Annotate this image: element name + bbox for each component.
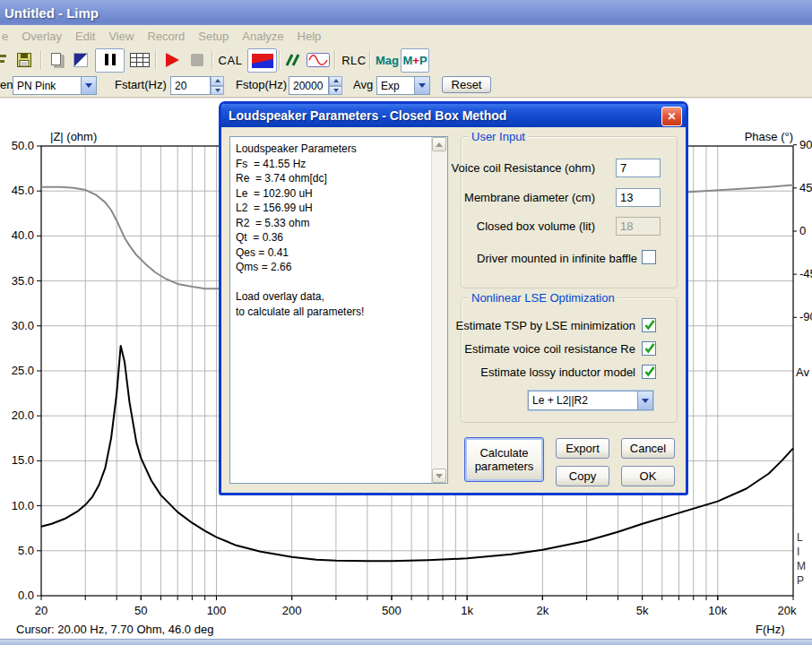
- y-left-tick-label: 50.0: [12, 139, 34, 152]
- user-input-group-title: User Input: [469, 130, 528, 143]
- mag-phase-view-button[interactable]: M+P: [401, 48, 429, 73]
- calculate-button[interactable]: Calculate parameters: [464, 437, 544, 482]
- x-tick-label: 200: [282, 604, 302, 617]
- page-icon: [49, 52, 65, 68]
- scroll-up-icon: [436, 142, 443, 147]
- toolbar-separator: [212, 50, 213, 70]
- y-left-tick-label: 35.0: [12, 274, 34, 288]
- input-label: Membrane diameter (cm): [464, 191, 595, 204]
- infinite-baffle-checkbox[interactable]: [642, 250, 656, 264]
- spin-down-icon[interactable]: [211, 86, 224, 96]
- y-left-tick-label: 5.0: [18, 544, 34, 557]
- input-label: Voice coil Resistance (ohm): [452, 161, 595, 175]
- voice-coil-resistance-ohm--input[interactable]: [616, 159, 661, 177]
- x-tick-label: 100: [207, 604, 227, 617]
- lse-checkbox-2[interactable]: [642, 365, 656, 379]
- toolbar-separator: [155, 50, 157, 70]
- clipped-toolbar-icon[interactable]: [0, 47, 8, 73]
- copy-graph-button[interactable]: [48, 47, 65, 73]
- spin-up-icon[interactable]: [211, 76, 224, 86]
- measurement-setup-button[interactable]: [283, 47, 303, 73]
- save-icon: [16, 52, 32, 68]
- parameters-text: Loudspeaker Parameters Fs = 41.55 Hz Re …: [230, 137, 432, 483]
- checkbox-label: Estimate voice coil resistance Re: [464, 342, 635, 356]
- y-left-tick-label: 15.0: [12, 453, 34, 467]
- toolbar-separator: [334, 50, 336, 70]
- fstop-label: Fstop(Hz): [236, 78, 287, 91]
- checkbox-label: Estimate TSP by LSE minimization: [456, 319, 635, 332]
- generator-type-select[interactable]: PN Pink: [13, 76, 97, 95]
- menu-item-edit[interactable]: Edit: [75, 30, 95, 43]
- magnitude-view-button[interactable]: Mag: [376, 47, 399, 73]
- menu-item-help[interactable]: Help: [298, 30, 322, 43]
- menu-item-view[interactable]: View: [108, 30, 134, 43]
- toolbar-separator: [40, 50, 42, 70]
- table-view-button[interactable]: [129, 47, 150, 73]
- window-title: Untitled - Limp: [0, 5, 99, 21]
- main-toolbar: CAL RLC Mag M+P: [0, 47, 812, 73]
- generator-setup-button[interactable]: [306, 47, 331, 73]
- stop-recording-button[interactable]: [188, 47, 205, 73]
- avg-select[interactable]: Exp: [376, 76, 430, 95]
- start-recording-button[interactable]: [162, 47, 182, 73]
- check-icon: [643, 318, 657, 332]
- limp-watermark-letter: M: [797, 560, 806, 572]
- menu-item-analyze[interactable]: Analyze: [242, 30, 283, 43]
- x-tick-label: 5k: [636, 604, 649, 617]
- lse-checkbox-1[interactable]: [642, 341, 656, 356]
- x-axis-unit-label: F(Hz): [756, 623, 785, 636]
- y-left-tick-label: 10.0: [12, 499, 34, 512]
- chevron-down-icon[interactable]: [81, 77, 96, 94]
- listbox-scrollbar[interactable]: [431, 137, 447, 483]
- export-button[interactable]: Export: [556, 438, 609, 459]
- menu-item-overlay[interactable]: Overlay: [22, 30, 62, 43]
- scroll-up-button[interactable]: [432, 137, 446, 151]
- inductor-model-select[interactable]: Le + L2||R2: [528, 391, 653, 410]
- dialog-title: Loudspeaker Parameters - Closed Box Meth…: [221, 108, 506, 123]
- window-titlebar[interactable]: Untitled - Limp: [0, 0, 812, 25]
- lse-checkbox-0[interactable]: [642, 318, 656, 332]
- bw-background-button[interactable]: [72, 47, 89, 73]
- spin-down-icon[interactable]: [329, 86, 342, 96]
- save-button[interactable]: [15, 47, 33, 73]
- impedance-mode-button[interactable]: [247, 48, 277, 73]
- partial-icon: [0, 52, 8, 68]
- stop-icon: [191, 54, 203, 66]
- y-left-tick-label: 20.0: [12, 408, 34, 422]
- scroll-down-button[interactable]: [432, 469, 446, 483]
- fstop-stepper[interactable]: [329, 76, 342, 95]
- y-left-tick-label: 0.0: [18, 589, 34, 602]
- fstart-stepper[interactable]: [211, 76, 224, 95]
- calibrate-button[interactable]: CAL: [218, 47, 243, 73]
- menu-item-setup[interactable]: Setup: [198, 30, 229, 43]
- chevron-down-icon[interactable]: [637, 391, 652, 409]
- x-tick-label: 20k: [778, 604, 797, 617]
- reset-button[interactable]: Reset: [442, 76, 491, 93]
- y-left-tick-label: 45.0: [12, 184, 34, 197]
- dialog-titlebar[interactable]: Loudspeaker Parameters - Closed Box Meth…: [221, 104, 686, 127]
- spin-up-icon[interactable]: [329, 76, 342, 86]
- limp-watermark-letter: L: [797, 531, 803, 544]
- cancel-button[interactable]: Cancel: [621, 438, 675, 459]
- blue-triangle-icon: [73, 53, 88, 67]
- sine-wave-icon: [307, 53, 330, 67]
- menu-item-record[interactable]: Record: [147, 30, 185, 43]
- fstop-input[interactable]: [289, 76, 329, 95]
- menu-item-e[interactable]: e: [2, 30, 8, 43]
- generator-type-value: PN Pink: [13, 80, 81, 92]
- fstart-input[interactable]: [170, 76, 211, 95]
- copy-button[interactable]: Copy: [556, 466, 609, 486]
- rlc-button[interactable]: RLC: [341, 47, 367, 73]
- membrane-diameter-cm--input[interactable]: [616, 188, 661, 207]
- close-button[interactable]: ✕: [661, 107, 682, 126]
- pause-icon: [103, 54, 117, 68]
- green-stripes-icon: [284, 53, 302, 67]
- ok-button[interactable]: OK: [621, 466, 675, 486]
- loudspeaker-parameters-dialog: Loudspeaker Parameters - Closed Box Meth…: [219, 101, 688, 495]
- pause-button[interactable]: [95, 48, 125, 73]
- chevron-down-icon[interactable]: [414, 77, 429, 94]
- check-icon: [643, 365, 657, 379]
- parameters-listbox[interactable]: Loudspeaker Parameters Fs = 41.55 Hz Re …: [229, 136, 448, 484]
- cursor-readout: Cursor: 20.00 Hz, 7.70 Ohm, 46.0 deg: [16, 623, 213, 636]
- y-right-tick-label: 0: [799, 224, 806, 237]
